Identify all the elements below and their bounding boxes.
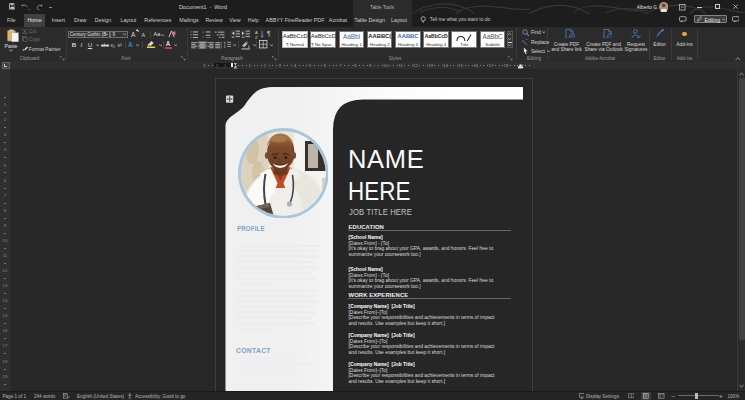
svg-text:b: b	[525, 41, 527, 45]
svg-text:a: a	[522, 38, 524, 43]
svg-text:2: 2	[202, 35, 204, 38]
svg-text:Z: Z	[255, 35, 258, 39]
svg-text:1: 1	[202, 31, 204, 34]
